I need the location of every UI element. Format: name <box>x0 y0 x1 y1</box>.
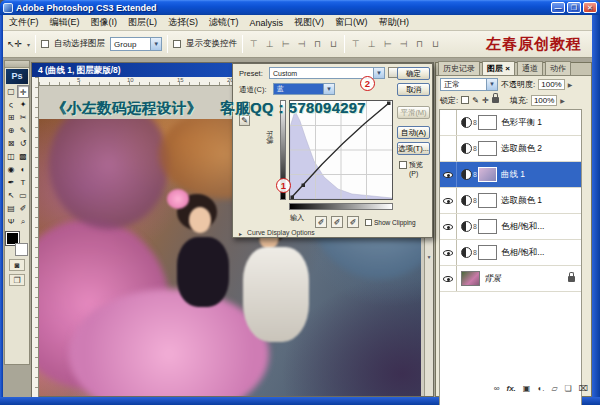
menu-edit[interactable]: 编辑(E) <box>50 16 80 29</box>
dodge-tool[interactable]: ◐ <box>17 163 29 176</box>
path-selection-tool[interactable]: ↖ <box>5 189 17 202</box>
blend-mode-select[interactable]: 正常▼ <box>440 78 498 91</box>
white-point-eyedropper-icon[interactable]: ✐ <box>347 216 359 228</box>
minimize-button[interactable]: — <box>551 2 565 13</box>
lock-paint-icon[interactable]: ✎ <box>472 96 479 105</box>
blur-tool[interactable]: ◉ <box>5 163 17 176</box>
align-hcenter-icon[interactable]: ⊓ <box>312 39 323 49</box>
distribute-left-icon[interactable]: ⊣ <box>398 39 409 49</box>
menu-file[interactable]: 文件(F) <box>9 16 39 29</box>
layer-mask-thumbnail[interactable] <box>478 245 497 260</box>
brush-tool[interactable]: ✎ <box>17 124 29 137</box>
toolbox-titlebar[interactable] <box>5 61 29 68</box>
layer-row-selective-color-2[interactable]: 8 选取颜色 2 <box>440 136 581 162</box>
fill-slider-icon[interactable]: ▶ <box>560 97 565 104</box>
move-tool-icon[interactable]: ↖✛ <box>7 39 22 49</box>
distribute-vcenter-icon[interactable]: ⊥ <box>366 39 377 49</box>
tab-channels[interactable]: 通道 <box>517 61 543 75</box>
auto-button[interactable]: 自动(A) <box>397 126 430 139</box>
layer-row-selective-color-1[interactable]: 8 选取颜色 1 <box>440 188 581 214</box>
move-tool[interactable]: ✛ <box>17 85 29 98</box>
clone-stamp-tool[interactable]: ⊠ <box>5 137 17 150</box>
background-color-swatch[interactable] <box>15 243 28 256</box>
align-right-icon[interactable]: ⊔ <box>328 39 339 49</box>
layer-name[interactable]: 曲线 1 <box>501 169 525 181</box>
notes-tool[interactable]: ▤ <box>5 202 17 215</box>
healing-brush-tool[interactable]: ⊕ <box>5 124 17 137</box>
new-adjustment-icon[interactable]: ◐. <box>537 384 544 393</box>
show-transform-checkbox[interactable] <box>173 40 181 48</box>
display-options-expander-icon[interactable]: ▸ <box>239 230 242 237</box>
maximize-button[interactable]: ❐ <box>567 2 581 13</box>
distribute-right-icon[interactable]: ⊔ <box>430 39 441 49</box>
menu-help[interactable]: 帮助(H) <box>379 16 410 29</box>
tab-layers[interactable]: 图层 × <box>482 61 515 75</box>
tab-close-icon[interactable]: × <box>505 64 510 73</box>
layer-mask-thumbnail[interactable] <box>478 141 497 156</box>
layer-style-icon[interactable]: fx. <box>506 384 515 393</box>
visibility-toggle[interactable] <box>440 214 457 239</box>
distribute-bottom-icon[interactable]: ⊢ <box>382 39 393 49</box>
align-vcenter-icon[interactable]: ⊥ <box>264 39 275 49</box>
lock-transparency-icon[interactable] <box>461 96 469 104</box>
fill-value[interactable]: 100% <box>531 95 557 106</box>
slice-tool[interactable]: ✂ <box>17 111 29 124</box>
layer-row-color-balance[interactable]: 8 色彩平衡 1 <box>440 110 581 136</box>
black-point-eyedropper-icon[interactable]: ✐ <box>315 216 327 228</box>
background-thumbnail[interactable] <box>461 271 480 286</box>
opacity-slider-icon[interactable]: ▶ <box>568 81 573 88</box>
align-bottom-icon[interactable]: ⊢ <box>280 39 291 49</box>
menu-window[interactable]: 窗口(W) <box>335 16 368 29</box>
ok-button[interactable]: 确定 <box>397 67 430 80</box>
preview-checkbox[interactable] <box>399 161 407 169</box>
layer-row-background[interactable]: 背景 <box>440 266 581 292</box>
cancel-button[interactable]: 取消 <box>397 83 430 96</box>
crop-tool[interactable]: ⊞ <box>5 111 17 124</box>
distribute-top-icon[interactable]: ⊤ <box>350 39 361 49</box>
layer-row-hue-saturation-2[interactable]: 8 色相/饱和... <box>440 214 581 240</box>
opacity-value[interactable]: 100% <box>538 79 564 90</box>
eyedropper-tool[interactable]: ✐ <box>17 202 29 215</box>
delete-layer-icon[interactable]: ⌧ <box>579 384 588 393</box>
layer-mask-thumbnail[interactable] <box>478 115 497 130</box>
layer-name[interactable]: 选取颜色 2 <box>501 143 542 155</box>
menu-layer[interactable]: 图层(L) <box>128 16 157 29</box>
display-options-label[interactable]: Curve Display Options <box>247 229 315 236</box>
type-tool[interactable]: T <box>17 176 29 189</box>
visibility-toggle[interactable] <box>440 136 457 161</box>
menu-select[interactable]: 选择(S) <box>168 16 198 29</box>
layer-name[interactable]: 背景 <box>484 273 501 285</box>
shape-tool[interactable]: ▭ <box>17 189 29 202</box>
close-button[interactable]: ✕ <box>583 2 597 13</box>
visibility-toggle[interactable] <box>440 266 457 291</box>
layer-row-hue-saturation-1[interactable]: 8 色相/饱和... <box>440 240 581 266</box>
layer-name[interactable]: 色相/饱和... <box>501 247 544 259</box>
pen-tool[interactable]: ✒ <box>5 176 17 189</box>
add-mask-icon[interactable]: ▣ <box>523 384 531 393</box>
tool-preset-caret-icon[interactable]: ▾ <box>27 41 30 48</box>
gradient-tool[interactable]: ▩ <box>17 150 29 163</box>
eraser-tool[interactable]: ◫ <box>5 150 17 163</box>
align-left-icon[interactable]: ⊣ <box>296 39 307 49</box>
magic-wand-tool[interactable]: ✦ <box>17 98 29 111</box>
layer-name[interactable]: 色相/饱和... <box>501 221 544 233</box>
show-clipping-checkbox[interactable] <box>365 219 372 226</box>
layer-mask-thumbnail[interactable] <box>478 219 497 234</box>
auto-select-checkbox[interactable] <box>41 40 49 48</box>
distribute-hcenter-icon[interactable]: ⊓ <box>414 39 425 49</box>
visibility-toggle[interactable] <box>440 188 457 213</box>
layer-name[interactable]: 色彩平衡 1 <box>501 117 542 129</box>
visibility-toggle[interactable] <box>440 240 457 265</box>
lasso-tool[interactable]: ς <box>5 98 17 111</box>
tab-history[interactable]: 历史记录 <box>438 61 480 75</box>
options-button[interactable]: 选项(T)... <box>397 142 430 155</box>
history-brush-tool[interactable]: ↺ <box>17 137 29 150</box>
align-top-icon[interactable]: ⊤ <box>248 39 259 49</box>
menu-image[interactable]: 图像(I) <box>91 16 118 29</box>
layer-name[interactable]: 选取颜色 1 <box>501 195 542 207</box>
quick-mask-button[interactable]: ◙ <box>9 259 25 271</box>
link-layers-icon[interactable]: ∞ <box>494 384 500 393</box>
visibility-toggle[interactable] <box>440 162 457 187</box>
tab-actions[interactable]: 动作 <box>545 61 571 75</box>
channel-select[interactable]: 蓝▼ <box>273 83 335 95</box>
